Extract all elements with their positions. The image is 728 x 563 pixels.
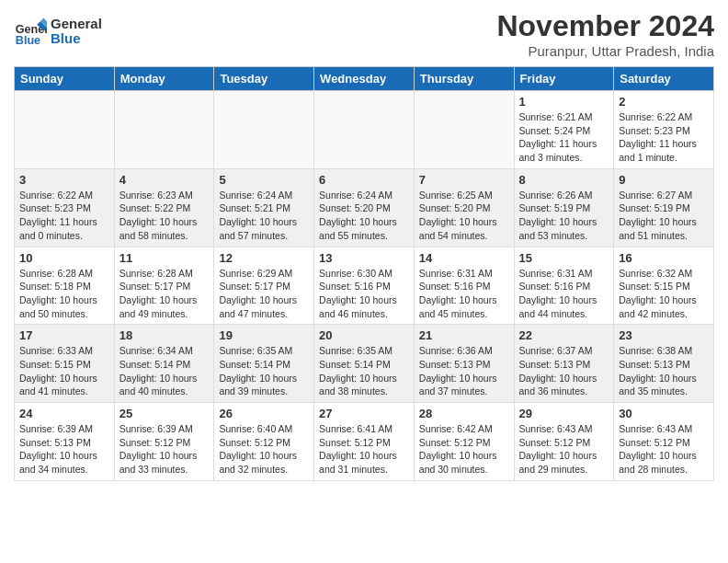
calendar-cell: 16Sunrise: 6:32 AM Sunset: 5:15 PM Dayli… (614, 247, 714, 325)
calendar-cell: 13Sunrise: 6:30 AM Sunset: 5:16 PM Dayli… (314, 247, 415, 325)
day-info: Sunrise: 6:34 AM Sunset: 5:14 PM Dayligh… (119, 344, 210, 398)
day-info: Sunrise: 6:23 AM Sunset: 5:22 PM Dayligh… (119, 189, 210, 243)
calendar-cell: 5Sunrise: 6:24 AM Sunset: 5:21 PM Daylig… (214, 168, 314, 247)
day-info: Sunrise: 6:30 AM Sunset: 5:16 PM Dayligh… (319, 267, 409, 321)
logo-line1: General (51, 17, 102, 32)
day-number: 27 (319, 407, 409, 420)
calendar-cell: 17Sunrise: 6:33 AM Sunset: 5:15 PM Dayli… (15, 325, 115, 403)
day-number: 2 (619, 95, 709, 109)
logo-text: General Blue (51, 17, 102, 47)
calendar-cell: 30Sunrise: 6:43 AM Sunset: 5:12 PM Dayli… (614, 403, 714, 481)
day-info: Sunrise: 6:33 AM Sunset: 5:15 PM Dayligh… (19, 344, 109, 398)
svg-text:Blue: Blue (16, 34, 40, 47)
calendar-cell: 4Sunrise: 6:23 AM Sunset: 5:22 PM Daylig… (114, 168, 214, 247)
day-number: 20 (319, 328, 409, 342)
day-number: 7 (419, 173, 509, 187)
day-number: 19 (219, 328, 309, 342)
calendar-cell (214, 91, 314, 169)
day-number: 4 (119, 173, 210, 187)
calendar-week-4: 17Sunrise: 6:33 AM Sunset: 5:15 PM Dayli… (15, 325, 714, 403)
day-info: Sunrise: 6:41 AM Sunset: 5:12 PM Dayligh… (319, 422, 409, 477)
day-info: Sunrise: 6:40 AM Sunset: 5:12 PM Dayligh… (219, 422, 309, 477)
calendar-cell: 8Sunrise: 6:26 AM Sunset: 5:19 PM Daylig… (514, 168, 614, 247)
day-info: Sunrise: 6:39 AM Sunset: 5:13 PM Dayligh… (19, 422, 109, 477)
calendar-cell: 14Sunrise: 6:31 AM Sunset: 5:16 PM Dayli… (414, 247, 514, 325)
day-number: 9 (619, 173, 709, 187)
calendar-cell: 21Sunrise: 6:36 AM Sunset: 5:13 PM Dayli… (414, 325, 514, 403)
day-number: 12 (219, 251, 309, 265)
day-info: Sunrise: 6:35 AM Sunset: 5:14 PM Dayligh… (319, 344, 409, 398)
header-row: SundayMondayTuesdayWednesdayThursdayFrid… (15, 67, 714, 91)
calendar-cell (114, 91, 214, 169)
calendar-cell: 1Sunrise: 6:21 AM Sunset: 5:24 PM Daylig… (514, 91, 614, 169)
day-info: Sunrise: 6:24 AM Sunset: 5:21 PM Dayligh… (219, 189, 309, 243)
day-info: Sunrise: 6:28 AM Sunset: 5:17 PM Dayligh… (119, 267, 210, 321)
day-info: Sunrise: 6:42 AM Sunset: 5:12 PM Dayligh… (419, 422, 509, 477)
location-subtitle: Puranpur, Uttar Pradesh, India (496, 43, 714, 59)
day-info: Sunrise: 6:25 AM Sunset: 5:20 PM Dayligh… (419, 189, 509, 243)
day-number: 29 (519, 407, 609, 420)
day-info: Sunrise: 6:32 AM Sunset: 5:15 PM Dayligh… (619, 267, 709, 321)
logo-line2: Blue (51, 31, 102, 47)
calendar-cell: 26Sunrise: 6:40 AM Sunset: 5:12 PM Dayli… (214, 403, 314, 481)
calendar-cell: 29Sunrise: 6:43 AM Sunset: 5:12 PM Dayli… (514, 403, 614, 481)
calendar-cell: 10Sunrise: 6:28 AM Sunset: 5:18 PM Dayli… (15, 247, 115, 325)
calendar-cell: 7Sunrise: 6:25 AM Sunset: 5:20 PM Daylig… (414, 168, 514, 247)
logo: General Blue General Blue (14, 15, 102, 48)
day-number: 8 (519, 173, 609, 187)
calendar-cell: 19Sunrise: 6:35 AM Sunset: 5:14 PM Dayli… (214, 325, 314, 403)
day-info: Sunrise: 6:28 AM Sunset: 5:18 PM Dayligh… (19, 267, 109, 321)
calendar-week-2: 3Sunrise: 6:22 AM Sunset: 5:23 PM Daylig… (15, 168, 714, 247)
calendar-cell: 12Sunrise: 6:29 AM Sunset: 5:17 PM Dayli… (214, 247, 314, 325)
day-info: Sunrise: 6:31 AM Sunset: 5:16 PM Dayligh… (419, 267, 509, 321)
col-header-thursday: Thursday (414, 67, 514, 91)
header: General Blue General Blue November 2024 … (14, 9, 714, 59)
calendar-cell: 25Sunrise: 6:39 AM Sunset: 5:12 PM Dayli… (114, 403, 214, 481)
day-number: 26 (219, 407, 309, 420)
day-number: 14 (419, 251, 509, 265)
col-header-saturday: Saturday (614, 67, 714, 91)
day-number: 3 (19, 173, 109, 187)
day-info: Sunrise: 6:22 AM Sunset: 5:23 PM Dayligh… (19, 189, 109, 243)
day-number: 10 (19, 251, 109, 265)
day-info: Sunrise: 6:29 AM Sunset: 5:17 PM Dayligh… (219, 267, 309, 321)
calendar-cell: 27Sunrise: 6:41 AM Sunset: 5:12 PM Dayli… (314, 403, 415, 481)
day-number: 21 (419, 328, 509, 342)
calendar-cell: 20Sunrise: 6:35 AM Sunset: 5:14 PM Dayli… (314, 325, 415, 403)
day-info: Sunrise: 6:36 AM Sunset: 5:13 PM Dayligh… (419, 344, 509, 398)
calendar-cell (414, 91, 514, 169)
calendar-week-5: 24Sunrise: 6:39 AM Sunset: 5:13 PM Dayli… (15, 403, 714, 481)
col-header-wednesday: Wednesday (314, 67, 415, 91)
day-info: Sunrise: 6:38 AM Sunset: 5:13 PM Dayligh… (619, 344, 709, 398)
day-info: Sunrise: 6:21 AM Sunset: 5:24 PM Dayligh… (519, 110, 609, 165)
day-number: 28 (419, 407, 509, 420)
day-number: 16 (619, 251, 709, 265)
calendar-cell: 28Sunrise: 6:42 AM Sunset: 5:12 PM Dayli… (414, 403, 514, 481)
calendar-cell (15, 91, 115, 169)
day-number: 1 (519, 95, 609, 109)
day-info: Sunrise: 6:35 AM Sunset: 5:14 PM Dayligh… (219, 344, 309, 398)
day-number: 15 (519, 251, 609, 265)
day-info: Sunrise: 6:24 AM Sunset: 5:20 PM Dayligh… (319, 189, 409, 243)
day-number: 24 (19, 407, 109, 420)
calendar-cell (314, 91, 415, 169)
day-info: Sunrise: 6:37 AM Sunset: 5:13 PM Dayligh… (519, 344, 609, 398)
day-number: 23 (619, 328, 709, 342)
day-number: 17 (19, 328, 109, 342)
calendar-week-1: 1Sunrise: 6:21 AM Sunset: 5:24 PM Daylig… (15, 91, 714, 169)
day-info: Sunrise: 6:27 AM Sunset: 5:19 PM Dayligh… (619, 189, 709, 243)
day-number: 11 (119, 251, 210, 265)
day-number: 18 (119, 328, 210, 342)
logo-icon: General Blue (14, 15, 47, 48)
calendar-table: SundayMondayTuesdayWednesdayThursdayFrid… (14, 66, 714, 481)
day-info: Sunrise: 6:22 AM Sunset: 5:23 PM Dayligh… (619, 110, 709, 165)
calendar-cell: 3Sunrise: 6:22 AM Sunset: 5:23 PM Daylig… (15, 168, 115, 247)
calendar-cell: 15Sunrise: 6:31 AM Sunset: 5:16 PM Dayli… (514, 247, 614, 325)
day-info: Sunrise: 6:43 AM Sunset: 5:12 PM Dayligh… (519, 422, 609, 477)
day-number: 22 (519, 328, 609, 342)
calendar-cell: 18Sunrise: 6:34 AM Sunset: 5:14 PM Dayli… (114, 325, 214, 403)
calendar-week-3: 10Sunrise: 6:28 AM Sunset: 5:18 PM Dayli… (15, 247, 714, 325)
calendar-cell: 24Sunrise: 6:39 AM Sunset: 5:13 PM Dayli… (15, 403, 115, 481)
day-number: 5 (219, 173, 309, 187)
day-number: 6 (319, 173, 409, 187)
